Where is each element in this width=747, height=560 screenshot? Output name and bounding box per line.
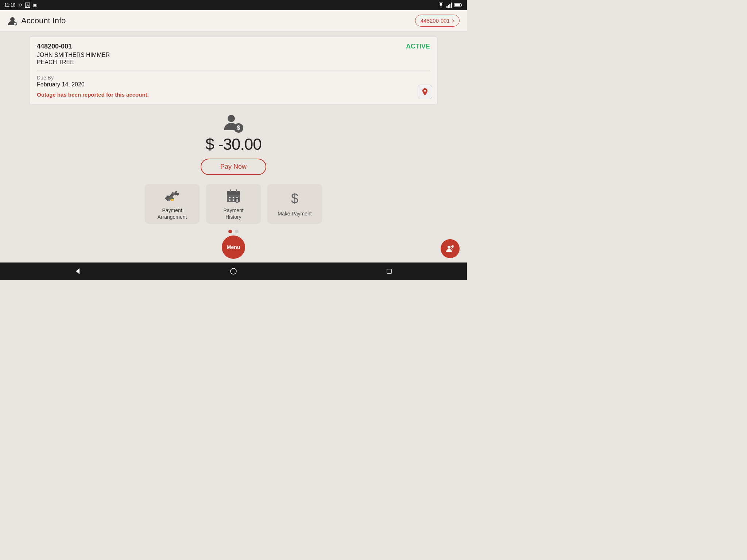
battery-icon bbox=[454, 3, 462, 7]
svg-point-32 bbox=[231, 268, 236, 274]
payment-history-label: PaymentHistory bbox=[223, 207, 243, 220]
outage-icon-button[interactable] bbox=[418, 85, 432, 99]
payment-arrangement-label: PaymentArrangement bbox=[158, 207, 187, 220]
recents-button[interactable] bbox=[386, 268, 393, 275]
customer-name: JOHN SMITHERS HIMMER bbox=[37, 52, 430, 58]
svg-point-21 bbox=[229, 199, 231, 201]
svg-rect-1 bbox=[448, 5, 449, 8]
dot-2[interactable] bbox=[235, 230, 239, 233]
svg-point-11 bbox=[228, 115, 235, 122]
handshake-icon: 🤝 bbox=[164, 187, 180, 203]
svg-text:$: $ bbox=[291, 191, 298, 206]
account-location: PEACH TREE bbox=[37, 59, 430, 66]
a-icon: A bbox=[25, 3, 30, 8]
make-payment-label: Make Payment bbox=[278, 210, 311, 217]
settings-icon: ⚙ bbox=[18, 3, 22, 8]
dollar-icon: $ bbox=[287, 191, 303, 207]
android-nav-bar bbox=[0, 262, 467, 280]
svg-rect-2 bbox=[449, 4, 450, 8]
account-number: 448200-001 bbox=[37, 43, 430, 50]
sim-icon: ▣ bbox=[33, 3, 37, 8]
contacts-icon bbox=[445, 244, 455, 253]
svg-point-29 bbox=[448, 246, 450, 249]
account-status: ACTIVE bbox=[406, 43, 430, 50]
status-bar: 11:18 ⚙ A ▣ bbox=[0, 0, 467, 10]
svg-text:$: $ bbox=[237, 125, 240, 131]
balance-amount: $ -30.00 bbox=[205, 135, 261, 153]
svg-point-22 bbox=[233, 199, 234, 201]
balance-section: $ $ -30.00 Pay Now bbox=[201, 112, 266, 175]
svg-point-19 bbox=[233, 197, 234, 198]
account-card: 448200-001 ACTIVE JOHN SMITHERS HIMMER P… bbox=[29, 36, 438, 105]
home-button[interactable] bbox=[230, 268, 237, 275]
wifi-icon bbox=[438, 3, 444, 8]
dot-1[interactable] bbox=[228, 230, 232, 233]
svg-rect-6 bbox=[461, 4, 462, 6]
svg-rect-0 bbox=[446, 6, 448, 8]
payment-arrangement-button[interactable]: 🤝 PaymentArrangement bbox=[145, 184, 200, 224]
chevron-right-icon: › bbox=[452, 17, 454, 24]
svg-rect-25 bbox=[236, 189, 237, 192]
account-icon: i bbox=[7, 16, 18, 26]
menu-button[interactable]: Menu bbox=[222, 236, 245, 259]
svg-rect-33 bbox=[387, 269, 391, 273]
svg-rect-17 bbox=[227, 193, 240, 195]
svg-rect-24 bbox=[230, 189, 231, 192]
svg-marker-31 bbox=[76, 268, 80, 274]
header: i Account Info 448200-001 › bbox=[0, 10, 467, 31]
page-title: Account Info bbox=[21, 16, 66, 26]
svg-rect-3 bbox=[451, 3, 452, 8]
account-badge[interactable]: 448200-001 › bbox=[415, 15, 460, 27]
svg-text:$: $ bbox=[236, 199, 238, 202]
main-content: 448200-001 ACTIVE JOHN SMITHERS HIMMER P… bbox=[0, 31, 467, 238]
pagination-dots bbox=[228, 230, 239, 233]
fab-button[interactable] bbox=[441, 239, 460, 258]
make-payment-button[interactable]: $ Make Payment bbox=[267, 184, 322, 224]
action-buttons: 🤝 PaymentArrangement bbox=[145, 184, 322, 224]
pay-now-button[interactable]: Pay Now bbox=[201, 159, 266, 175]
status-time: 11:18 bbox=[4, 3, 15, 8]
svg-point-18 bbox=[229, 197, 231, 198]
due-date: February 14, 2020 bbox=[37, 81, 430, 88]
payment-history-button[interactable]: $ PaymentHistory bbox=[206, 184, 261, 224]
balance-icon: $ bbox=[222, 112, 244, 134]
calendar-dollar-icon: $ bbox=[225, 187, 241, 203]
outage-warning: Outage has been reported for this accoun… bbox=[37, 92, 430, 98]
back-button[interactable] bbox=[74, 268, 81, 275]
signal-icon bbox=[446, 3, 452, 8]
svg-rect-5 bbox=[455, 4, 460, 7]
due-label: Due By bbox=[37, 75, 430, 81]
